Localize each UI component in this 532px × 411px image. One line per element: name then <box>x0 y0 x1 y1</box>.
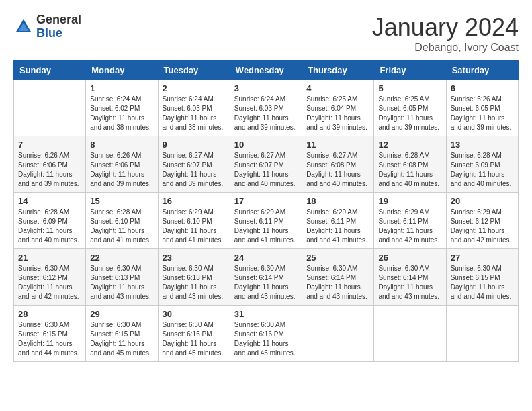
weekday-header: Friday <box>374 61 446 80</box>
calendar-cell: 6Sunrise: 6:26 AMSunset: 6:05 PMDaylight… <box>446 80 518 136</box>
calendar-cell: 14Sunrise: 6:28 AMSunset: 6:09 PMDayligh… <box>14 193 86 249</box>
day-number: 13 <box>451 140 514 150</box>
weekday-header: Monday <box>86 61 158 80</box>
calendar-cell: 1Sunrise: 6:24 AMSunset: 6:02 PMDaylight… <box>86 80 158 136</box>
day-info: Sunrise: 6:25 AMSunset: 6:04 PMDaylight:… <box>306 95 369 132</box>
day-number: 3 <box>234 83 298 93</box>
day-info: Sunrise: 6:28 AMSunset: 6:09 PMDaylight:… <box>18 208 81 245</box>
day-info: Sunrise: 6:30 AMSunset: 6:16 PMDaylight:… <box>163 320 226 358</box>
day-info: Sunrise: 6:30 AMSunset: 6:14 PMDaylight:… <box>306 264 369 302</box>
calendar-cell: 31Sunrise: 6:30 AMSunset: 6:16 PMDayligh… <box>230 306 302 362</box>
title-area: January 2024 Debango, Ivory Coast <box>372 13 519 54</box>
calendar-cell <box>446 306 518 362</box>
logo-text: General Blue <box>36 13 81 40</box>
day-info: Sunrise: 6:28 AMSunset: 6:10 PMDaylight:… <box>90 208 153 245</box>
calendar-cell: 8Sunrise: 6:26 AMSunset: 6:06 PMDaylight… <box>86 136 158 193</box>
day-number: 7 <box>18 140 81 150</box>
calendar-cell: 12Sunrise: 6:28 AMSunset: 6:08 PMDayligh… <box>374 136 446 193</box>
day-number: 17 <box>234 196 298 206</box>
day-info: Sunrise: 6:27 AMSunset: 6:08 PMDaylight:… <box>306 151 369 189</box>
day-info: Sunrise: 6:26 AMSunset: 6:06 PMDaylight:… <box>90 151 153 189</box>
day-number: 21 <box>18 253 81 263</box>
location: Debango, Ivory Coast <box>372 42 519 54</box>
day-info: Sunrise: 6:30 AMSunset: 6:14 PMDaylight:… <box>378 264 441 302</box>
calendar-cell: 27Sunrise: 6:30 AMSunset: 6:15 PMDayligh… <box>446 249 518 306</box>
calendar-cell <box>374 306 446 362</box>
weekday-header: Sunday <box>14 61 86 80</box>
day-info: Sunrise: 6:24 AMSunset: 6:02 PMDaylight:… <box>90 95 153 132</box>
day-info: Sunrise: 6:24 AMSunset: 6:03 PMDaylight:… <box>234 95 298 132</box>
day-number: 28 <box>18 309 81 319</box>
calendar-cell: 17Sunrise: 6:29 AMSunset: 6:11 PMDayligh… <box>230 193 302 249</box>
day-info: Sunrise: 6:30 AMSunset: 6:16 PMDaylight:… <box>234 320 298 358</box>
day-number: 25 <box>306 253 369 263</box>
day-info: Sunrise: 6:26 AMSunset: 6:05 PMDaylight:… <box>451 95 514 132</box>
weekday-header: Tuesday <box>158 61 230 80</box>
calendar-cell: 16Sunrise: 6:29 AMSunset: 6:10 PMDayligh… <box>158 193 230 249</box>
calendar-table: SundayMondayTuesdayWednesdayThursdayFrid… <box>13 60 519 362</box>
day-info: Sunrise: 6:30 AMSunset: 6:15 PMDaylight:… <box>90 320 153 358</box>
day-info: Sunrise: 6:30 AMSunset: 6:12 PMDaylight:… <box>18 264 81 302</box>
calendar-cell: 28Sunrise: 6:30 AMSunset: 6:15 PMDayligh… <box>14 306 86 362</box>
calendar-cell <box>302 306 374 362</box>
day-number: 5 <box>378 83 441 93</box>
logo-blue: Blue <box>36 27 81 40</box>
day-info: Sunrise: 6:29 AMSunset: 6:12 PMDaylight:… <box>451 208 514 245</box>
calendar-cell: 29Sunrise: 6:30 AMSunset: 6:15 PMDayligh… <box>86 306 158 362</box>
day-info: Sunrise: 6:29 AMSunset: 6:10 PMDaylight:… <box>163 208 226 245</box>
day-info: Sunrise: 6:29 AMSunset: 6:11 PMDaylight:… <box>306 208 369 245</box>
calendar-cell: 20Sunrise: 6:29 AMSunset: 6:12 PMDayligh… <box>446 193 518 249</box>
day-info: Sunrise: 6:27 AMSunset: 6:07 PMDaylight:… <box>163 151 226 189</box>
month-title: January 2024 <box>372 13 519 42</box>
day-number: 9 <box>163 140 226 150</box>
day-number: 31 <box>234 309 298 319</box>
calendar-cell: 19Sunrise: 6:29 AMSunset: 6:11 PMDayligh… <box>374 193 446 249</box>
day-info: Sunrise: 6:29 AMSunset: 6:11 PMDaylight:… <box>234 208 298 245</box>
day-number: 12 <box>378 140 441 150</box>
day-number: 8 <box>90 140 153 150</box>
day-number: 11 <box>306 140 369 150</box>
calendar-cell: 15Sunrise: 6:28 AMSunset: 6:10 PMDayligh… <box>86 193 158 249</box>
logo-icon <box>13 17 34 37</box>
day-info: Sunrise: 6:28 AMSunset: 6:08 PMDaylight:… <box>378 151 441 189</box>
day-number: 14 <box>18 196 81 206</box>
day-number: 4 <box>306 83 369 93</box>
page-header: General Blue January 2024 Debango, Ivory… <box>13 13 519 54</box>
weekday-header: Wednesday <box>230 61 302 80</box>
day-info: Sunrise: 6:30 AMSunset: 6:15 PMDaylight:… <box>451 264 514 302</box>
calendar-cell: 26Sunrise: 6:30 AMSunset: 6:14 PMDayligh… <box>374 249 446 306</box>
day-number: 19 <box>378 196 441 206</box>
day-number: 18 <box>306 196 369 206</box>
calendar-cell: 7Sunrise: 6:26 AMSunset: 6:06 PMDaylight… <box>14 136 86 193</box>
day-info: Sunrise: 6:30 AMSunset: 6:13 PMDaylight:… <box>163 264 226 302</box>
calendar-cell: 11Sunrise: 6:27 AMSunset: 6:08 PMDayligh… <box>302 136 374 193</box>
day-info: Sunrise: 6:29 AMSunset: 6:11 PMDaylight:… <box>378 208 441 245</box>
day-info: Sunrise: 6:26 AMSunset: 6:06 PMDaylight:… <box>18 151 81 189</box>
calendar-cell: 22Sunrise: 6:30 AMSunset: 6:13 PMDayligh… <box>86 249 158 306</box>
day-info: Sunrise: 6:30 AMSunset: 6:15 PMDaylight:… <box>18 320 81 358</box>
day-number: 26 <box>378 253 441 263</box>
day-number: 2 <box>163 83 226 93</box>
day-info: Sunrise: 6:24 AMSunset: 6:03 PMDaylight:… <box>163 95 226 132</box>
day-info: Sunrise: 6:30 AMSunset: 6:14 PMDaylight:… <box>234 264 298 302</box>
day-number: 20 <box>451 196 514 206</box>
day-number: 6 <box>451 83 514 93</box>
calendar-cell: 21Sunrise: 6:30 AMSunset: 6:12 PMDayligh… <box>14 249 86 306</box>
calendar-cell: 23Sunrise: 6:30 AMSunset: 6:13 PMDayligh… <box>158 249 230 306</box>
calendar-cell: 9Sunrise: 6:27 AMSunset: 6:07 PMDaylight… <box>158 136 230 193</box>
calendar-cell: 3Sunrise: 6:24 AMSunset: 6:03 PMDaylight… <box>230 80 302 136</box>
day-number: 27 <box>451 253 514 263</box>
calendar-cell: 4Sunrise: 6:25 AMSunset: 6:04 PMDaylight… <box>302 80 374 136</box>
weekday-header: Thursday <box>302 61 374 80</box>
day-number: 29 <box>90 309 153 319</box>
day-info: Sunrise: 6:25 AMSunset: 6:05 PMDaylight:… <box>378 95 441 132</box>
day-number: 22 <box>90 253 153 263</box>
day-info: Sunrise: 6:30 AMSunset: 6:13 PMDaylight:… <box>90 264 153 302</box>
calendar-cell <box>14 80 86 136</box>
day-info: Sunrise: 6:28 AMSunset: 6:09 PMDaylight:… <box>451 151 514 189</box>
calendar-cell: 18Sunrise: 6:29 AMSunset: 6:11 PMDayligh… <box>302 193 374 249</box>
day-info: Sunrise: 6:27 AMSunset: 6:07 PMDaylight:… <box>234 151 298 189</box>
logo-general: General <box>36 13 81 27</box>
day-number: 15 <box>90 196 153 206</box>
calendar-cell: 5Sunrise: 6:25 AMSunset: 6:05 PMDaylight… <box>374 80 446 136</box>
